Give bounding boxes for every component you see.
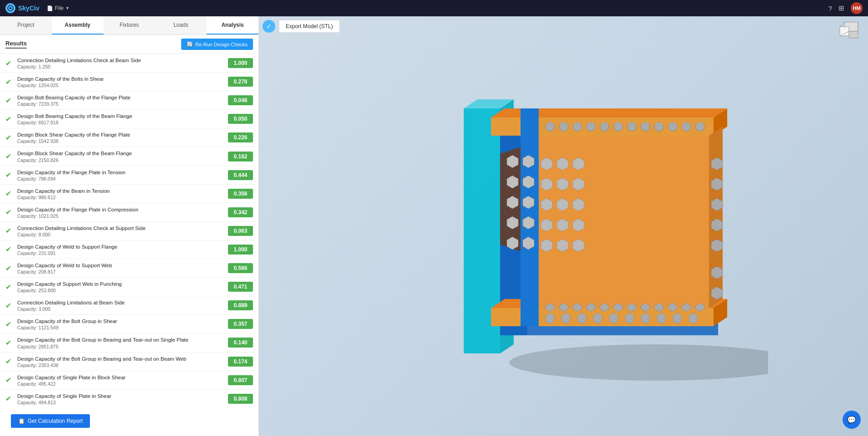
tab-project[interactable]: Project <box>0 16 52 34</box>
check-title: Design Bolt Bearing Capacity of the Beam… <box>17 113 224 120</box>
tab-loads[interactable]: Loads <box>155 16 207 34</box>
check-value: 0.278 <box>228 77 253 87</box>
check-pass-icon: ✔ <box>5 357 14 366</box>
logo: SkyCiv <box>5 3 40 13</box>
check-pass-icon: ✔ <box>5 133 14 142</box>
export-btn-label: Export Model (STL) <box>286 23 333 29</box>
check-capacity: Capacity: 2150.826 <box>17 157 224 163</box>
check-capacity: Capacity: 786.094 <box>17 176 224 181</box>
check-title: Design Capacity of Weld to Support Flang… <box>17 243 224 250</box>
help-icon[interactable]: ? <box>828 5 832 12</box>
check-text: Design Capacity of the Bolt Group in Bea… <box>17 355 224 368</box>
check-pass-icon: ✔ <box>5 338 14 347</box>
check-title: Design Capacity of the Flange Plate in T… <box>17 169 224 176</box>
logo-text: SkyCiv <box>18 5 40 12</box>
avatar-initials: HM <box>853 5 860 11</box>
check-capacity: Capacity: 6917.918 <box>17 120 224 125</box>
check-value: 0.566 <box>228 263 253 273</box>
logo-icon <box>5 3 15 13</box>
check-title: Design Capacity of the Bolts in Shear <box>17 75 224 83</box>
check-title: Connection Detailing Limitations Check a… <box>17 225 224 232</box>
rerun-design-checks-button[interactable]: 🔄 Re-Run Design Checks <box>181 39 253 50</box>
check-pass-icon: ✔ <box>5 320 14 328</box>
svg-rect-19 <box>527 136 709 308</box>
check-capacity: Capacity: 2303.438 <box>17 363 224 368</box>
check-text: Design Capacity of the Flange Plate in T… <box>17 169 224 181</box>
check-value: 0.808 <box>228 394 253 404</box>
svg-point-7 <box>509 344 768 381</box>
check-pass-icon: ✔ <box>5 301 14 310</box>
check-value: 0.444 <box>228 170 253 180</box>
3d-model-svg <box>359 63 768 390</box>
check-capacity: Capacity: 253.800 <box>17 288 224 293</box>
check-capacity: Capacity: 1121.549 <box>17 325 224 330</box>
3d-model-container <box>259 16 868 436</box>
chat-icon-symbol: 💬 <box>847 416 856 424</box>
check-pass-icon: ✔ <box>5 394 14 403</box>
check-value: 0.140 <box>228 338 253 348</box>
check-value: 0.050 <box>228 114 253 124</box>
check-capacity: Capacity: 3.000 <box>17 306 224 312</box>
check-pass-icon: ✔ <box>5 115 14 123</box>
right-icons: ? ⊞ HM <box>828 2 863 14</box>
check-pass-icon: ✔ <box>5 245 14 254</box>
check-text: Design Capacity of Weld to Support Flang… <box>17 243 224 256</box>
check-value: 1.000 <box>228 58 253 68</box>
results-header: Results 🔄 Re-Run Design Checks <box>0 35 258 54</box>
check-pass-icon: ✔ <box>5 78 14 86</box>
export-model-button[interactable]: Export Model (STL) <box>279 20 340 33</box>
file-menu[interactable]: 📄 File ▼ <box>47 5 69 11</box>
check-pass-icon: ✔ <box>5 96 14 105</box>
check-capacity: Capacity: 7239.375 <box>17 101 224 107</box>
rerun-btn-label: Re-Run Design Checks <box>195 42 248 47</box>
calc-report-label: Get Calculation Report <box>28 418 83 424</box>
check-capacity: Capacity: 494.813 <box>17 400 224 405</box>
check-capacity: Capacity: 8.000 <box>17 232 224 237</box>
check-text: Design Capacity of Weld to Support Web C… <box>17 262 224 274</box>
file-icon: 📄 <box>47 5 53 11</box>
tab-fixtures[interactable]: Fixtures <box>104 16 155 34</box>
check-pass-icon: ✔ <box>5 208 14 216</box>
check-row: ✔ Design Capacity of Single Plate in Blo… <box>0 371 258 390</box>
grid-icon[interactable]: ⊞ <box>838 4 844 12</box>
check-value: 0.357 <box>228 319 253 329</box>
avatar[interactable]: HM <box>851 2 863 14</box>
check-capacity: Capacity: 2851.875 <box>17 344 224 349</box>
check-text: Design Capacity of the Beam in Tension C… <box>17 187 224 200</box>
results-area[interactable]: ✔ Connection Detailing Limitations Check… <box>0 54 258 406</box>
tab-analysis[interactable]: Analysis <box>207 16 258 34</box>
check-text: Design Block Shear Capacity of the Flang… <box>17 131 224 144</box>
viewport-back-button[interactable]: ✓ <box>263 20 275 33</box>
tab-assembly[interactable]: Assembly <box>52 16 104 34</box>
get-calculation-report-button[interactable]: 📋 Get Calculation Report <box>11 414 90 428</box>
check-title: Connection Detailing Limitations at Beam… <box>17 299 224 306</box>
check-title: Design Bolt Bearing Capacity of the Flan… <box>17 94 224 101</box>
check-capacity: Capacity: 231.091 <box>17 250 224 256</box>
check-title: Design Capacity of Single Plate in Block… <box>17 374 224 381</box>
check-value: 0.889 <box>228 300 253 310</box>
check-value: 0.226 <box>228 132 253 142</box>
check-title: Design Capacity of the Bolt Group in Bea… <box>17 336 224 343</box>
check-value: 0.342 <box>228 207 253 217</box>
check-value: 0.048 <box>228 95 253 105</box>
check-text: Design Capacity of the Flange Plate in C… <box>17 206 224 219</box>
report-icon: 📋 <box>18 418 25 424</box>
check-capacity: Capacity: 495.422 <box>17 381 224 387</box>
svg-rect-2 <box>840 27 849 36</box>
bottom-toolbar: 📋 Get Calculation Report <box>0 406 258 436</box>
viewport-toolbar: ✓ Export Model (STL) <box>263 20 340 33</box>
check-title: Connection Detailing Limitations Check a… <box>17 57 224 64</box>
topbar: SkyCiv 📄 File ▼ ? ⊞ HM <box>0 0 868 16</box>
check-text: Connection Detailing Limitations at Beam… <box>17 299 224 312</box>
check-row: ✔ Design Capacity of the Bolts in Shear … <box>0 73 258 91</box>
check-text: Design Bolt Bearing Capacity of the Flan… <box>17 94 224 107</box>
left-panel: Project Assembly Fixtures Loads Analysis… <box>0 16 259 436</box>
check-value: 0.471 <box>228 282 253 292</box>
check-row: ✔ Design Capacity of the Flange Plate in… <box>0 203 258 222</box>
check-capacity: Capacity: 1542.938 <box>17 138 224 144</box>
file-menu-label: File <box>55 5 64 11</box>
check-row: ✔ Design Capacity of Weld to Support Web… <box>0 259 258 278</box>
check-text: Design Capacity of the Bolt Group in She… <box>17 318 224 330</box>
check-title: Design Capacity of Weld to Support Web <box>17 262 224 269</box>
chat-icon[interactable]: 💬 <box>843 411 861 429</box>
